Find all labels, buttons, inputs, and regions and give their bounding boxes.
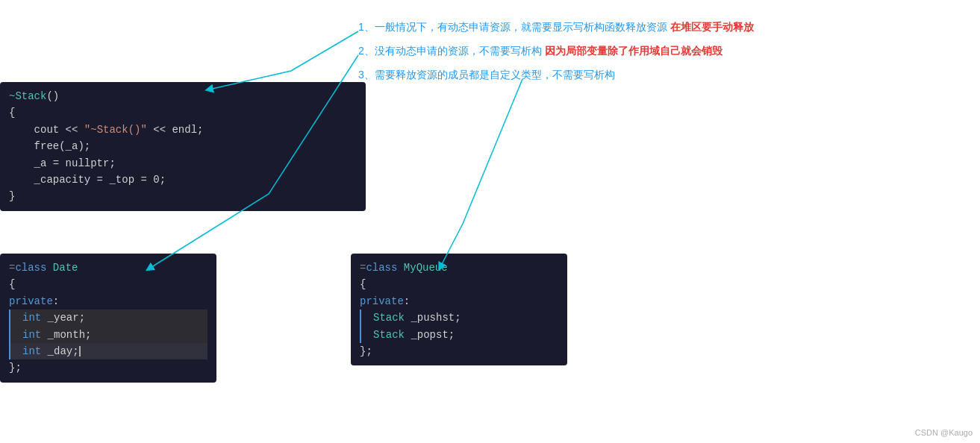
page: 1、一般情况下，有动态申请资源，就需要显示写析构函数释放资源 在堆区要手动释放 …	[0, 0, 980, 443]
date-line-1: =class Date	[9, 260, 207, 276]
code-myqueue-class: =class MyQueue { private: Stack _pushst;…	[351, 254, 567, 365]
myqueue-line-4: Stack _pushst;	[360, 310, 558, 326]
myqueue-line-2: {	[360, 276, 558, 292]
code-destructor: ~Stack() { cout << "~Stack()" << endl; f…	[0, 82, 366, 211]
annotation-line3: 3、需要释放资源的成员都是自定义类型，不需要写析构	[358, 69, 615, 82]
code-line-1: ~Stack()	[9, 88, 357, 104]
myqueue-line-1: =class MyQueue	[360, 260, 558, 276]
annotation-line2: 2、没有动态申请的资源，不需要写析构 因为局部变量除了作用域自己就会销毁	[358, 45, 722, 58]
myqueue-line-5: Stack _popst;	[360, 327, 558, 343]
code-line-2: {	[9, 104, 357, 121]
watermark: CSDN @Kaugo	[915, 428, 973, 437]
code-line-7: }	[9, 188, 357, 204]
myqueue-line-6: };	[360, 343, 558, 359]
annotation-line1: 1、一般情况下，有动态申请资源，就需要显示写析构函数释放资源 在堆区要手动释放	[358, 21, 754, 34]
code-line-6: _capacity = _top = 0;	[9, 172, 357, 188]
code-date-class: =class Date { private: int _year; int _m…	[0, 254, 216, 383]
code-line-5: _a = nullptr;	[9, 155, 357, 172]
code-line-3: cout << "~Stack()" << endl;	[9, 122, 357, 138]
myqueue-line-3: private:	[360, 293, 558, 310]
date-line-3: private:	[9, 293, 207, 310]
date-line-5: int _month;	[9, 327, 207, 343]
date-line-2: {	[9, 276, 207, 292]
date-line-4: int _year;	[9, 310, 207, 326]
date-line-6: int _day;	[9, 343, 207, 359]
code-line-4: free(_a);	[9, 138, 357, 154]
date-line-7: };	[9, 359, 207, 376]
